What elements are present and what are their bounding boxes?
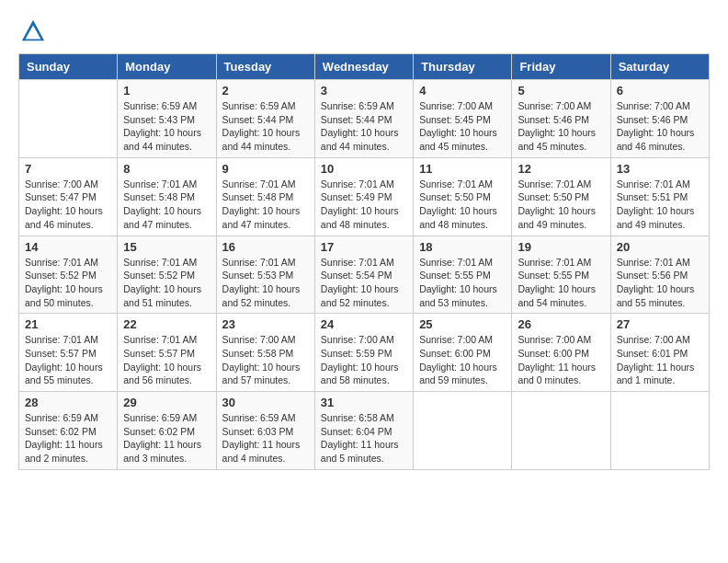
day-number: 29 [123,396,210,409]
calendar-cell: 20Sunrise: 7:01 AM Sunset: 5:56 PM Dayli… [610,236,709,314]
day-detail: Sunrise: 7:00 AM Sunset: 5:58 PM Dayligh… [222,333,309,387]
calendar-cell: 11Sunrise: 7:01 AM Sunset: 5:50 PM Dayli… [414,157,512,236]
day-number: 6 [617,84,703,98]
day-number: 31 [321,396,407,409]
calendar-cell: 5Sunrise: 7:00 AM Sunset: 5:46 PM Daylig… [512,80,610,158]
day-number: 2 [222,84,309,98]
calendar-cell: 31Sunrise: 6:58 AM Sunset: 6:04 PM Dayli… [314,392,413,470]
day-number: 17 [321,240,407,254]
day-detail: Sunrise: 7:01 AM Sunset: 5:52 PM Dayligh… [123,256,210,310]
calendar-cell: 2Sunrise: 6:59 AM Sunset: 5:44 PM Daylig… [216,80,314,158]
calendar-cell [512,392,610,470]
calendar-cell [414,392,512,470]
calendar-cell: 17Sunrise: 7:01 AM Sunset: 5:54 PM Dayli… [314,236,413,314]
header-day-monday: Monday [118,54,216,80]
page-header [18,18,710,44]
day-detail: Sunrise: 6:59 AM Sunset: 5:43 PM Dayligh… [123,99,210,154]
day-detail: Sunrise: 7:00 AM Sunset: 5:46 PM Dayligh… [518,99,604,154]
day-number: 15 [123,240,210,254]
calendar-cell: 27Sunrise: 7:00 AM Sunset: 6:01 PM Dayli… [610,314,709,392]
day-number: 5 [518,84,604,98]
day-detail: Sunrise: 6:59 AM Sunset: 5:44 PM Dayligh… [222,99,309,154]
calendar-header-row: SundayMondayTuesdayWednesdayThursdayFrid… [19,54,710,80]
day-detail: Sunrise: 7:01 AM Sunset: 5:51 PM Dayligh… [617,178,703,232]
day-detail: Sunrise: 7:01 AM Sunset: 5:55 PM Dayligh… [419,256,506,310]
header-day-tuesday: Tuesday [216,54,314,80]
header-day-wednesday: Wednesday [314,54,413,80]
calendar-cell: 30Sunrise: 6:59 AM Sunset: 6:03 PM Dayli… [216,392,314,470]
calendar-cell: 10Sunrise: 7:01 AM Sunset: 5:49 PM Dayli… [314,157,413,236]
day-number: 3 [321,84,407,98]
calendar-cell: 28Sunrise: 6:59 AM Sunset: 6:02 PM Dayli… [19,392,118,470]
calendar-cell: 19Sunrise: 7:01 AM Sunset: 5:55 PM Dayli… [512,236,610,314]
day-detail: Sunrise: 7:01 AM Sunset: 5:56 PM Dayligh… [617,256,703,310]
calendar-cell: 4Sunrise: 7:00 AM Sunset: 5:45 PM Daylig… [414,80,512,158]
day-number: 11 [419,162,506,176]
day-number: 25 [419,317,506,331]
day-number: 24 [321,317,407,331]
header-day-friday: Friday [512,54,610,80]
day-number: 18 [419,240,506,254]
day-number: 16 [222,240,309,254]
day-number: 4 [419,84,506,98]
day-detail: Sunrise: 7:01 AM Sunset: 5:53 PM Dayligh… [222,256,309,310]
logo-icon [20,18,46,44]
calendar-cell: 8Sunrise: 7:01 AM Sunset: 5:48 PM Daylig… [118,157,216,236]
calendar-cell: 26Sunrise: 7:00 AM Sunset: 6:00 PM Dayli… [512,314,610,392]
calendar-cell: 6Sunrise: 7:00 AM Sunset: 5:46 PM Daylig… [610,80,709,158]
day-number: 9 [222,162,309,176]
calendar-cell [610,392,709,470]
day-number: 10 [321,162,407,176]
day-number: 26 [518,317,604,331]
day-detail: Sunrise: 7:00 AM Sunset: 5:59 PM Dayligh… [321,333,407,387]
day-detail: Sunrise: 7:01 AM Sunset: 5:52 PM Dayligh… [25,256,111,310]
calendar-cell: 15Sunrise: 7:01 AM Sunset: 5:52 PM Dayli… [118,236,216,314]
calendar-cell: 7Sunrise: 7:00 AM Sunset: 5:47 PM Daylig… [19,157,118,236]
calendar-cell: 24Sunrise: 7:00 AM Sunset: 5:59 PM Dayli… [314,314,413,392]
calendar-cell: 14Sunrise: 7:01 AM Sunset: 5:52 PM Dayli… [19,236,118,314]
day-number: 27 [617,317,703,331]
day-detail: Sunrise: 6:59 AM Sunset: 6:02 PM Dayligh… [123,411,210,465]
day-detail: Sunrise: 7:00 AM Sunset: 5:45 PM Dayligh… [419,99,506,154]
calendar-week-row: 21Sunrise: 7:01 AM Sunset: 5:57 PM Dayli… [19,314,710,392]
day-number: 22 [123,317,210,331]
calendar-cell: 9Sunrise: 7:01 AM Sunset: 5:48 PM Daylig… [216,157,314,236]
day-number: 13 [617,162,703,176]
calendar-week-row: 28Sunrise: 6:59 AM Sunset: 6:02 PM Dayli… [19,392,710,470]
calendar-cell: 1Sunrise: 6:59 AM Sunset: 5:43 PM Daylig… [118,80,216,158]
calendar-cell: 25Sunrise: 7:00 AM Sunset: 6:00 PM Dayli… [414,314,512,392]
day-detail: Sunrise: 7:01 AM Sunset: 5:55 PM Dayligh… [518,256,604,310]
calendar-cell [19,80,118,158]
calendar-cell: 13Sunrise: 7:01 AM Sunset: 5:51 PM Dayli… [610,157,709,236]
day-detail: Sunrise: 7:00 AM Sunset: 5:47 PM Dayligh… [25,178,111,232]
day-detail: Sunrise: 7:01 AM Sunset: 5:50 PM Dayligh… [518,178,604,232]
day-number: 14 [25,240,111,254]
day-number: 28 [25,396,111,409]
day-number: 1 [123,84,210,98]
calendar-cell: 12Sunrise: 7:01 AM Sunset: 5:50 PM Dayli… [512,157,610,236]
day-number: 12 [518,162,604,176]
day-detail: Sunrise: 7:00 AM Sunset: 6:00 PM Dayligh… [419,333,506,387]
calendar-cell: 18Sunrise: 7:01 AM Sunset: 5:55 PM Dayli… [414,236,512,314]
day-detail: Sunrise: 7:01 AM Sunset: 5:54 PM Dayligh… [321,256,407,310]
header-day-thursday: Thursday [414,54,512,80]
calendar-cell: 16Sunrise: 7:01 AM Sunset: 5:53 PM Dayli… [216,236,314,314]
day-number: 8 [123,162,210,176]
day-number: 21 [25,317,111,331]
day-detail: Sunrise: 7:01 AM Sunset: 5:48 PM Dayligh… [222,178,309,232]
day-number: 7 [25,162,111,176]
day-detail: Sunrise: 6:58 AM Sunset: 6:04 PM Dayligh… [321,411,407,465]
day-number: 19 [518,240,604,254]
day-detail: Sunrise: 7:01 AM Sunset: 5:49 PM Dayligh… [321,178,407,232]
calendar-table: SundayMondayTuesdayWednesdayThursdayFrid… [18,53,710,470]
day-detail: Sunrise: 7:00 AM Sunset: 6:00 PM Dayligh… [518,333,604,387]
calendar-cell: 22Sunrise: 7:01 AM Sunset: 5:57 PM Dayli… [118,314,216,392]
logo [18,18,46,44]
header-day-saturday: Saturday [610,54,709,80]
header-day-sunday: Sunday [19,54,118,80]
day-detail: Sunrise: 6:59 AM Sunset: 6:03 PM Dayligh… [222,411,309,465]
day-detail: Sunrise: 7:00 AM Sunset: 5:46 PM Dayligh… [617,99,703,154]
day-detail: Sunrise: 7:01 AM Sunset: 5:57 PM Dayligh… [25,333,111,387]
day-number: 23 [222,317,309,331]
calendar-week-row: 14Sunrise: 7:01 AM Sunset: 5:52 PM Dayli… [19,236,710,314]
